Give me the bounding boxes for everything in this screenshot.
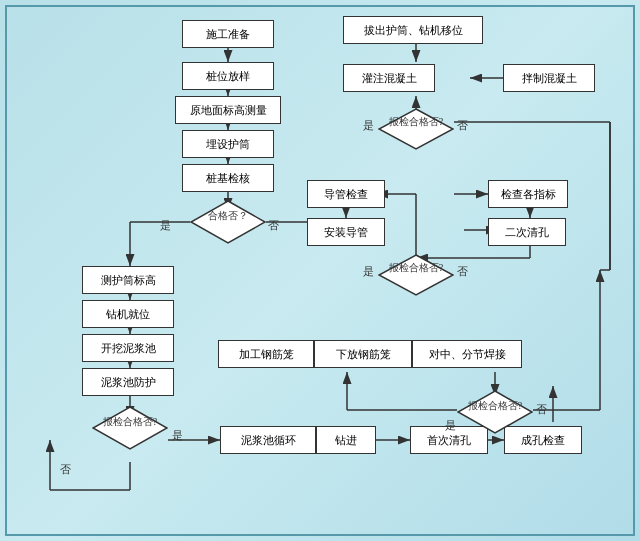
- svg-text:报检合格否?: 报检合格否?: [467, 400, 523, 411]
- label-no3: 否: [457, 118, 468, 133]
- diamond-hege2-wrap: 报检合格否?: [457, 390, 533, 434]
- svg-text:报检合格否?: 报检合格否?: [102, 416, 158, 427]
- box-jiagonggangjinlong: 加工钢筋笼: [218, 340, 314, 368]
- box-nijiangchixunhuan: 泥浆池循环: [220, 426, 316, 454]
- label-yes3: 是: [363, 118, 374, 133]
- svg-marker-45: [379, 109, 453, 149]
- box-nijiangchifanghu: 泥浆池防护: [82, 368, 174, 396]
- box-duizhongfenjiehan: 对中、分节焊接: [412, 340, 522, 368]
- svg-marker-49: [191, 201, 265, 243]
- label-no-main: 否: [268, 218, 279, 233]
- diamond-hege-wrap: 合格否？: [190, 200, 266, 244]
- box-baochuhujing: 拔出护筒、钻机移位: [343, 16, 483, 44]
- box-kaijunijiangchi: 开挖泥浆池: [82, 334, 174, 362]
- svg-text:报检合格否?: 报检合格否?: [388, 262, 444, 273]
- svg-marker-47: [379, 255, 453, 295]
- box-shigongzhunbei: 施工准备: [182, 20, 274, 48]
- box-cehujintiaogao: 测护筒标高: [82, 266, 174, 294]
- label-yes2: 是: [445, 418, 456, 433]
- box-zuanjin: 钻进: [316, 426, 376, 454]
- box-daoguan: 导管检查: [307, 180, 385, 208]
- diamond-hege4: 报检合格否?: [378, 254, 454, 296]
- diamond-hege1: 报检合格否?: [92, 406, 168, 450]
- label-no1: 否: [60, 462, 71, 477]
- diamond-hege: 合格否？: [190, 200, 266, 244]
- flowchart-diagram: { "title": "灌注桩施工流程图", "boxes": { "shigo…: [0, 0, 640, 541]
- box-jianchagezhibiao: 检查各指标: [488, 180, 568, 208]
- box-guanzhuhunningtu: 灌注混凝土: [343, 64, 435, 92]
- label-yes4: 是: [363, 264, 374, 279]
- box-bancunhunningtu: 拌制混凝土: [503, 64, 595, 92]
- diamond-hege3-wrap: 报检合格否?: [378, 108, 454, 150]
- diamond-hege4-wrap: 报检合格否?: [378, 254, 454, 296]
- label-yes1: 是: [172, 428, 183, 443]
- box-maishehujing: 埋设护筒: [182, 130, 274, 158]
- box-zhuiweifangyang: 桩位放样: [182, 62, 274, 90]
- diamond-hege1-wrap: 报检合格否?: [92, 406, 168, 450]
- box-anzhuangdaoguan: 安装导管: [307, 218, 385, 246]
- svg-marker-51: [93, 407, 167, 449]
- label-yes-main: 是: [160, 218, 171, 233]
- diamond-hege3: 报检合格否?: [378, 108, 454, 150]
- box-zuanjijuwei: 钻机就位: [82, 300, 174, 328]
- box-xiafangangjinlong: 下放钢筋笼: [314, 340, 412, 368]
- svg-text:合格否？: 合格否？: [208, 210, 248, 221]
- label-no2: 否: [536, 402, 547, 417]
- svg-marker-53: [458, 391, 532, 433]
- svg-text:报检合格否?: 报检合格否?: [388, 116, 444, 127]
- box-yuandimiaobiaoce: 原地面标高测量: [175, 96, 281, 124]
- box-zhuangjijianche: 桩基检核: [182, 164, 274, 192]
- box-erciqingkong: 二次清孔: [488, 218, 566, 246]
- diamond-hege2: 报检合格否?: [457, 390, 533, 434]
- label-no4: 否: [457, 264, 468, 279]
